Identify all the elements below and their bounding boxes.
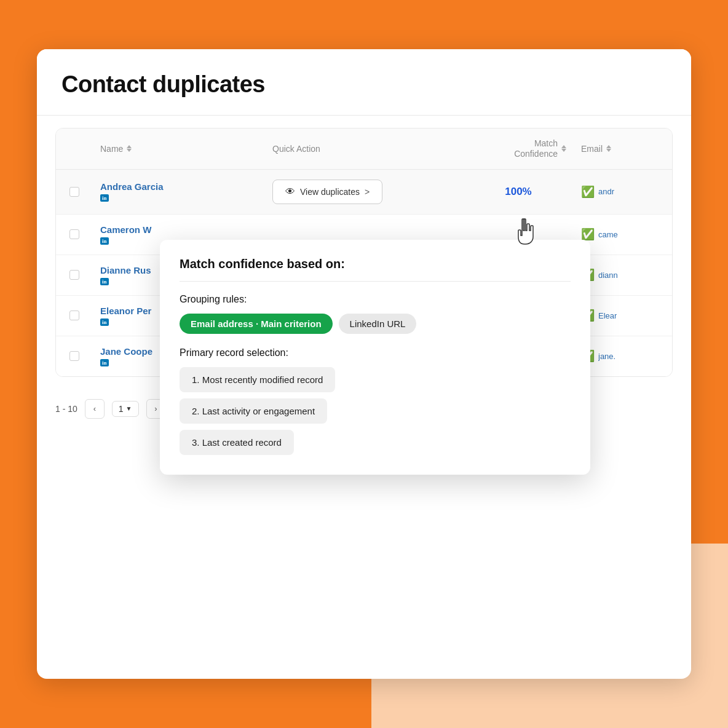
linkedin-icon: in: [100, 278, 109, 285]
record-item-2: 2. Last activity or engagement: [180, 398, 327, 424]
match-confidence-cell[interactable]: 100%: [463, 176, 574, 208]
record-item-3: 3. Last created record: [180, 430, 294, 455]
checkbox-input[interactable]: [69, 311, 79, 320]
page-number: 1: [119, 404, 124, 414]
linkedin-icon: in: [100, 237, 109, 245]
th-email[interactable]: Email: [574, 129, 672, 169]
row-checkbox[interactable]: [56, 301, 93, 330]
linkedin-icon: in: [100, 194, 109, 202]
row-checkbox[interactable]: [56, 341, 93, 371]
grouping-rules-label: Grouping rules:: [180, 294, 571, 305]
tag-linkedin-url[interactable]: LinkedIn URL: [339, 314, 417, 334]
row-checkbox[interactable]: [56, 260, 93, 290]
match-confidence-popover: Match confidence based on: Grouping rule…: [160, 240, 590, 475]
th-name[interactable]: Name: [93, 129, 265, 169]
record-list: 1. Most recently modified record 2. Last…: [180, 367, 571, 455]
quick-action-cell: 👁 View duplicates >: [265, 170, 463, 214]
record-item-1: 1. Most recently modified record: [180, 367, 335, 392]
dropdown-icon: ▼: [126, 405, 132, 412]
view-duplicates-button[interactable]: 👁 View duplicates >: [272, 180, 382, 204]
tag-email-address[interactable]: Email address · Main criterion: [180, 314, 333, 334]
checkbox-input[interactable]: [69, 229, 79, 239]
prev-page-button[interactable]: ‹: [85, 399, 105, 419]
email-text: Elear: [598, 311, 617, 320]
page-select[interactable]: 1 ▼: [112, 401, 139, 417]
sort-email-icon[interactable]: [606, 145, 611, 152]
contact-linkedin[interactable]: in: [100, 193, 258, 202]
th-match-confidence[interactable]: MatchConfidence: [463, 129, 574, 169]
grouping-rules-row: Email address · Main criterion LinkedIn …: [180, 314, 571, 334]
email-text: jane.: [598, 352, 615, 361]
chevron-right-icon: >: [365, 187, 370, 197]
email-text: came: [598, 230, 618, 239]
page-title: Contact duplicates: [61, 71, 667, 98]
th-checkbox: [56, 129, 93, 169]
table-row: Andrea Garcia in 👁 View duplicates > 100…: [56, 170, 672, 215]
email-verified-icon: ✅: [581, 228, 595, 241]
contact-name-link[interactable]: Cameron W: [100, 224, 258, 235]
page-header: Contact duplicates: [37, 49, 691, 116]
checkbox-input[interactable]: [69, 187, 79, 197]
table-header: Name Quick Action MatchConfidence: [56, 129, 672, 170]
linkedin-icon: in: [100, 359, 109, 366]
eye-icon: 👁: [285, 186, 295, 197]
email-text: andr: [598, 187, 614, 196]
email-text: diann: [598, 271, 618, 280]
checkbox-input[interactable]: [69, 351, 79, 361]
th-quick-action: Quick Action: [265, 129, 463, 169]
email-cell: ✅ andr: [574, 175, 672, 208]
sort-confidence-icon[interactable]: [561, 145, 566, 152]
linkedin-icon: in: [100, 318, 109, 326]
match-confidence-value[interactable]: 100%: [470, 186, 566, 198]
match-confidence-label: MatchConfidence: [514, 138, 558, 159]
sort-name-icon[interactable]: [127, 145, 132, 152]
contact-name-link[interactable]: Andrea Garcia: [100, 181, 258, 192]
popover-title: Match confidence based on:: [180, 257, 571, 271]
email-verified-icon: ✅: [581, 185, 595, 199]
popover-divider: [180, 281, 571, 282]
row-checkbox[interactable]: [56, 177, 93, 207]
page-range: 1 - 10: [55, 404, 77, 414]
primary-record-label: Primary record selection:: [180, 347, 571, 358]
contact-name-cell: Andrea Garcia in: [93, 172, 265, 212]
row-checkbox[interactable]: [56, 220, 93, 249]
checkbox-input[interactable]: [69, 270, 79, 280]
